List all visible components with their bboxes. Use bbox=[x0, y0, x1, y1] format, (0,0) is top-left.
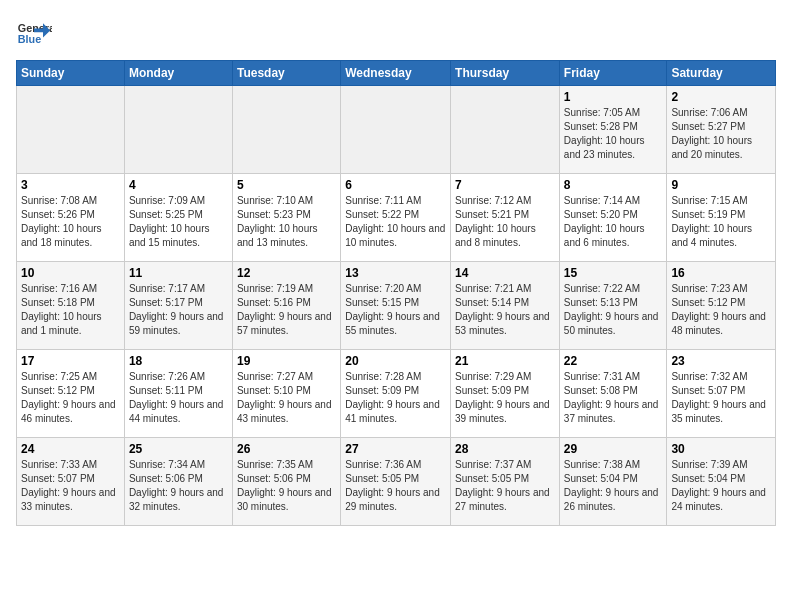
day-info: Sunrise: 7:09 AM Sunset: 5:25 PM Dayligh… bbox=[129, 194, 228, 250]
calendar-cell: 5Sunrise: 7:10 AM Sunset: 5:23 PM Daylig… bbox=[232, 174, 340, 262]
day-info: Sunrise: 7:27 AM Sunset: 5:10 PM Dayligh… bbox=[237, 370, 336, 426]
day-number: 25 bbox=[129, 442, 228, 456]
day-number: 22 bbox=[564, 354, 663, 368]
day-number: 24 bbox=[21, 442, 120, 456]
calendar-cell: 18Sunrise: 7:26 AM Sunset: 5:11 PM Dayli… bbox=[124, 350, 232, 438]
day-number: 12 bbox=[237, 266, 336, 280]
calendar-cell: 25Sunrise: 7:34 AM Sunset: 5:06 PM Dayli… bbox=[124, 438, 232, 526]
day-info: Sunrise: 7:25 AM Sunset: 5:12 PM Dayligh… bbox=[21, 370, 120, 426]
day-info: Sunrise: 7:39 AM Sunset: 5:04 PM Dayligh… bbox=[671, 458, 771, 514]
calendar-cell bbox=[451, 86, 560, 174]
weekday-header-wednesday: Wednesday bbox=[341, 61, 451, 86]
day-number: 8 bbox=[564, 178, 663, 192]
page-header: General Blue bbox=[16, 16, 776, 52]
weekday-header-saturday: Saturday bbox=[667, 61, 776, 86]
day-info: Sunrise: 7:05 AM Sunset: 5:28 PM Dayligh… bbox=[564, 106, 663, 162]
day-info: Sunrise: 7:19 AM Sunset: 5:16 PM Dayligh… bbox=[237, 282, 336, 338]
calendar-cell: 15Sunrise: 7:22 AM Sunset: 5:13 PM Dayli… bbox=[559, 262, 667, 350]
day-info: Sunrise: 7:15 AM Sunset: 5:19 PM Dayligh… bbox=[671, 194, 771, 250]
day-number: 4 bbox=[129, 178, 228, 192]
day-number: 15 bbox=[564, 266, 663, 280]
calendar-cell: 20Sunrise: 7:28 AM Sunset: 5:09 PM Dayli… bbox=[341, 350, 451, 438]
calendar-cell: 4Sunrise: 7:09 AM Sunset: 5:25 PM Daylig… bbox=[124, 174, 232, 262]
calendar-table: SundayMondayTuesdayWednesdayThursdayFrid… bbox=[16, 60, 776, 526]
calendar-cell: 17Sunrise: 7:25 AM Sunset: 5:12 PM Dayli… bbox=[17, 350, 125, 438]
day-number: 5 bbox=[237, 178, 336, 192]
calendar-cell: 30Sunrise: 7:39 AM Sunset: 5:04 PM Dayli… bbox=[667, 438, 776, 526]
logo-icon: General Blue bbox=[16, 16, 52, 52]
weekday-header-tuesday: Tuesday bbox=[232, 61, 340, 86]
day-number: 26 bbox=[237, 442, 336, 456]
weekday-header-monday: Monday bbox=[124, 61, 232, 86]
day-info: Sunrise: 7:32 AM Sunset: 5:07 PM Dayligh… bbox=[671, 370, 771, 426]
calendar-cell: 7Sunrise: 7:12 AM Sunset: 5:21 PM Daylig… bbox=[451, 174, 560, 262]
day-info: Sunrise: 7:12 AM Sunset: 5:21 PM Dayligh… bbox=[455, 194, 555, 250]
calendar-cell: 22Sunrise: 7:31 AM Sunset: 5:08 PM Dayli… bbox=[559, 350, 667, 438]
day-number: 27 bbox=[345, 442, 446, 456]
calendar-cell: 19Sunrise: 7:27 AM Sunset: 5:10 PM Dayli… bbox=[232, 350, 340, 438]
day-info: Sunrise: 7:22 AM Sunset: 5:13 PM Dayligh… bbox=[564, 282, 663, 338]
calendar-cell: 27Sunrise: 7:36 AM Sunset: 5:05 PM Dayli… bbox=[341, 438, 451, 526]
day-info: Sunrise: 7:33 AM Sunset: 5:07 PM Dayligh… bbox=[21, 458, 120, 514]
day-number: 16 bbox=[671, 266, 771, 280]
calendar-cell: 13Sunrise: 7:20 AM Sunset: 5:15 PM Dayli… bbox=[341, 262, 451, 350]
day-info: Sunrise: 7:21 AM Sunset: 5:14 PM Dayligh… bbox=[455, 282, 555, 338]
day-number: 21 bbox=[455, 354, 555, 368]
day-info: Sunrise: 7:34 AM Sunset: 5:06 PM Dayligh… bbox=[129, 458, 228, 514]
svg-text:Blue: Blue bbox=[18, 33, 41, 45]
day-info: Sunrise: 7:35 AM Sunset: 5:06 PM Dayligh… bbox=[237, 458, 336, 514]
calendar-cell: 29Sunrise: 7:38 AM Sunset: 5:04 PM Dayli… bbox=[559, 438, 667, 526]
weekday-header-thursday: Thursday bbox=[451, 61, 560, 86]
day-number: 2 bbox=[671, 90, 771, 104]
day-number: 30 bbox=[671, 442, 771, 456]
day-number: 18 bbox=[129, 354, 228, 368]
day-number: 6 bbox=[345, 178, 446, 192]
day-info: Sunrise: 7:28 AM Sunset: 5:09 PM Dayligh… bbox=[345, 370, 446, 426]
day-number: 7 bbox=[455, 178, 555, 192]
calendar-cell: 24Sunrise: 7:33 AM Sunset: 5:07 PM Dayli… bbox=[17, 438, 125, 526]
logo: General Blue bbox=[16, 16, 52, 52]
calendar-cell: 21Sunrise: 7:29 AM Sunset: 5:09 PM Dayli… bbox=[451, 350, 560, 438]
calendar-cell bbox=[341, 86, 451, 174]
calendar-header: SundayMondayTuesdayWednesdayThursdayFrid… bbox=[17, 61, 776, 86]
day-info: Sunrise: 7:14 AM Sunset: 5:20 PM Dayligh… bbox=[564, 194, 663, 250]
day-number: 3 bbox=[21, 178, 120, 192]
day-info: Sunrise: 7:36 AM Sunset: 5:05 PM Dayligh… bbox=[345, 458, 446, 514]
day-info: Sunrise: 7:29 AM Sunset: 5:09 PM Dayligh… bbox=[455, 370, 555, 426]
calendar-cell bbox=[124, 86, 232, 174]
calendar-cell: 8Sunrise: 7:14 AM Sunset: 5:20 PM Daylig… bbox=[559, 174, 667, 262]
day-number: 11 bbox=[129, 266, 228, 280]
calendar-cell bbox=[17, 86, 125, 174]
day-info: Sunrise: 7:06 AM Sunset: 5:27 PM Dayligh… bbox=[671, 106, 771, 162]
day-info: Sunrise: 7:23 AM Sunset: 5:12 PM Dayligh… bbox=[671, 282, 771, 338]
day-info: Sunrise: 7:16 AM Sunset: 5:18 PM Dayligh… bbox=[21, 282, 120, 338]
weekday-header-friday: Friday bbox=[559, 61, 667, 86]
day-info: Sunrise: 7:38 AM Sunset: 5:04 PM Dayligh… bbox=[564, 458, 663, 514]
calendar-cell: 14Sunrise: 7:21 AM Sunset: 5:14 PM Dayli… bbox=[451, 262, 560, 350]
day-number: 17 bbox=[21, 354, 120, 368]
calendar-cell: 16Sunrise: 7:23 AM Sunset: 5:12 PM Dayli… bbox=[667, 262, 776, 350]
calendar-cell: 9Sunrise: 7:15 AM Sunset: 5:19 PM Daylig… bbox=[667, 174, 776, 262]
day-info: Sunrise: 7:37 AM Sunset: 5:05 PM Dayligh… bbox=[455, 458, 555, 514]
calendar-cell: 3Sunrise: 7:08 AM Sunset: 5:26 PM Daylig… bbox=[17, 174, 125, 262]
calendar-cell: 28Sunrise: 7:37 AM Sunset: 5:05 PM Dayli… bbox=[451, 438, 560, 526]
calendar-cell: 12Sunrise: 7:19 AM Sunset: 5:16 PM Dayli… bbox=[232, 262, 340, 350]
day-info: Sunrise: 7:31 AM Sunset: 5:08 PM Dayligh… bbox=[564, 370, 663, 426]
day-info: Sunrise: 7:11 AM Sunset: 5:22 PM Dayligh… bbox=[345, 194, 446, 250]
calendar-cell: 11Sunrise: 7:17 AM Sunset: 5:17 PM Dayli… bbox=[124, 262, 232, 350]
day-number: 14 bbox=[455, 266, 555, 280]
day-number: 23 bbox=[671, 354, 771, 368]
day-number: 19 bbox=[237, 354, 336, 368]
weekday-header-sunday: Sunday bbox=[17, 61, 125, 86]
day-number: 28 bbox=[455, 442, 555, 456]
calendar-cell bbox=[232, 86, 340, 174]
day-number: 13 bbox=[345, 266, 446, 280]
day-info: Sunrise: 7:17 AM Sunset: 5:17 PM Dayligh… bbox=[129, 282, 228, 338]
day-info: Sunrise: 7:08 AM Sunset: 5:26 PM Dayligh… bbox=[21, 194, 120, 250]
day-number: 10 bbox=[21, 266, 120, 280]
day-info: Sunrise: 7:10 AM Sunset: 5:23 PM Dayligh… bbox=[237, 194, 336, 250]
day-number: 29 bbox=[564, 442, 663, 456]
calendar-cell: 2Sunrise: 7:06 AM Sunset: 5:27 PM Daylig… bbox=[667, 86, 776, 174]
day-number: 1 bbox=[564, 90, 663, 104]
calendar-cell: 26Sunrise: 7:35 AM Sunset: 5:06 PM Dayli… bbox=[232, 438, 340, 526]
